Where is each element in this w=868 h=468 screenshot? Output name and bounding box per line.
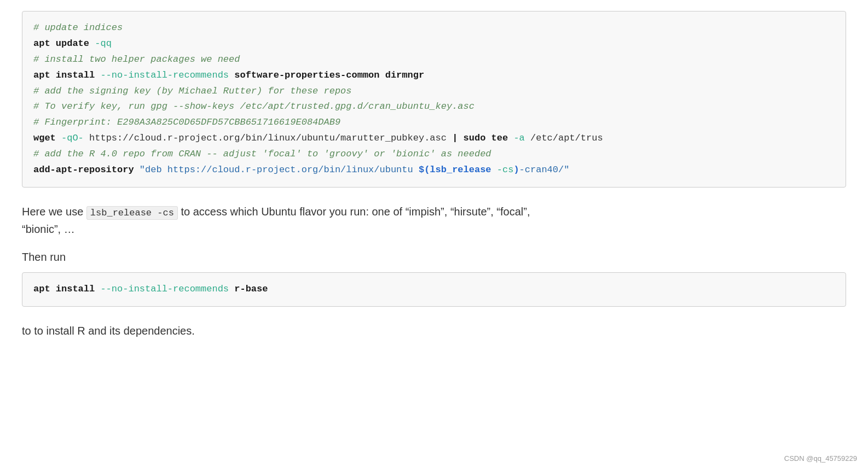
prose-paragraph-1: Here we use lsb_release -cs to access wh…: [22, 203, 846, 238]
code-line-wget: wget -qO- https://cloud.r-project.org/bi…: [33, 131, 835, 147]
then-run-heading: Then run: [22, 251, 846, 264]
code-line-comment-1: # update indices: [33, 20, 835, 36]
code-block-2: apt install --no-install-recommends r-ba…: [22, 272, 846, 307]
prose-text-before: Here we use: [22, 206, 86, 218]
code-line-comment-6: # add the R 4.0 repo from CRAN -- adjust…: [33, 147, 835, 162]
watermark: CSDN @qq_45759229: [784, 454, 857, 463]
code-line-add-apt: add-apt-repository "deb https://cloud.r-…: [33, 162, 835, 178]
code-line-comment-3: # add the signing key (by Michael Rutter…: [33, 84, 835, 100]
code-line-apt-install-1: apt install --no-install-recommends soft…: [33, 68, 835, 84]
code-line-comment-4: # To verify key, run gpg --show-keys /et…: [33, 99, 835, 115]
prose-text-2: to to install R and its dependencies.: [22, 325, 195, 337]
code-block-1: # update indices apt update -qq # instal…: [22, 11, 846, 188]
code-line-comment-5: # Fingerprint: E298A3A825C0D65DFD57CBB65…: [33, 115, 835, 131]
prose-paragraph-2: to to install R and its dependencies.: [22, 322, 846, 340]
code-line-apt-install-2: apt install --no-install-recommends r-ba…: [33, 282, 835, 297]
code-line-apt-update: apt update -qq: [33, 36, 835, 52]
code-line-comment-2: # install two helper packages we need: [33, 52, 835, 68]
lsb-release-code: lsb_release -cs: [86, 206, 178, 220]
